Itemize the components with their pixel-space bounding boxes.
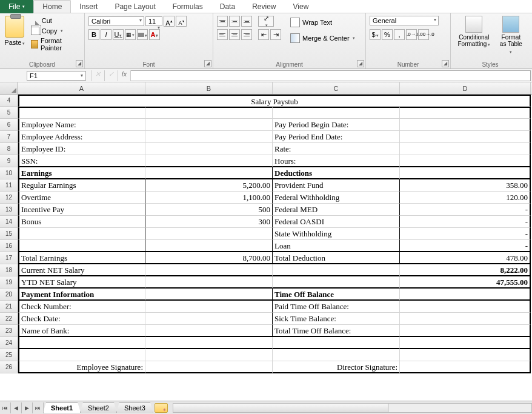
format-painter-button[interactable]: Format Painter (28, 36, 81, 52)
increase-decimal-button[interactable]: .0→.00 (406, 29, 417, 40)
sheet-tab-1[interactable]: Sheet1 (43, 402, 81, 413)
title-cell[interactable]: Salary Paystub (18, 95, 531, 107)
comma-format-button[interactable]: , (394, 29, 405, 40)
merge-center-button[interactable]: Merge & Center (287, 32, 358, 45)
file-tab[interactable]: File (0, 0, 33, 13)
cell[interactable]: Name of Bank: (18, 325, 145, 337)
bold-button[interactable]: B (88, 29, 99, 40)
alignment-dialog-launcher[interactable]: ◢ (357, 60, 364, 67)
cell[interactable] (400, 107, 531, 119)
cell[interactable]: - (400, 204, 531, 216)
row-header[interactable]: 14 (0, 216, 18, 228)
font-color-button[interactable]: A (149, 29, 160, 40)
row-header[interactable]: 17 (0, 252, 18, 264)
cell[interactable] (273, 276, 400, 289)
sheet-tab-2[interactable]: Sheet2 (80, 402, 117, 413)
row-header[interactable]: 26 (0, 361, 18, 373)
cell[interactable]: - (400, 228, 531, 240)
tab-home[interactable]: Home (33, 0, 71, 13)
orientation-button[interactable]: ⤢ (258, 16, 274, 27)
align-left-button[interactable] (217, 29, 228, 40)
cell[interactable]: 8,222.00 (400, 264, 531, 276)
align-bottom-button[interactable] (241, 16, 252, 27)
col-header-c[interactable]: C (273, 82, 400, 94)
tab-review[interactable]: Review (244, 1, 284, 13)
increase-indent-button[interactable]: ⇥ (270, 29, 281, 40)
cell[interactable] (400, 131, 531, 143)
cell[interactable] (400, 325, 531, 337)
align-middle-button[interactable] (229, 16, 240, 27)
italic-button[interactable]: I (101, 29, 111, 40)
cell[interactable] (400, 289, 531, 301)
cell[interactable]: Payment Information (18, 289, 145, 301)
cell[interactable] (18, 349, 145, 361)
row-header[interactable]: 18 (0, 264, 18, 276)
cell[interactable] (400, 301, 531, 313)
cell[interactable] (145, 337, 273, 349)
cell[interactable]: Provident Fund (273, 179, 400, 192)
cell[interactable]: Director Signature: (273, 361, 400, 373)
accounting-format-button[interactable]: $ (370, 29, 381, 40)
row-header[interactable]: 23 (0, 325, 18, 337)
cell[interactable]: SSN: (18, 155, 145, 167)
cell[interactable]: Overtime (18, 192, 145, 204)
cell[interactable]: Time Off Balance (273, 289, 400, 301)
cell[interactable]: Federal Withholding (273, 192, 400, 204)
cell[interactable] (18, 240, 145, 252)
cell[interactable]: Current NET Salary (18, 264, 145, 276)
cell[interactable]: Pay Period Begin Date: (273, 119, 400, 131)
cell[interactable] (145, 167, 273, 179)
cell[interactable] (145, 349, 273, 361)
cell[interactable]: 5,200.00 (145, 179, 273, 192)
row-header[interactable]: 12 (0, 192, 18, 204)
row-header[interactable]: 6 (0, 119, 18, 131)
cell[interactable]: Paid Time Off Balance: (273, 301, 400, 313)
row-header[interactable]: 9 (0, 155, 18, 167)
cell[interactable]: Hours: (273, 155, 400, 167)
copy-button[interactable]: Copy▾ (28, 26, 81, 36)
cell[interactable]: 1,100.00 (145, 192, 273, 204)
tab-data[interactable]: Data (211, 1, 244, 13)
cell[interactable] (273, 264, 400, 276)
cell[interactable]: Earnings (18, 167, 145, 179)
cell[interactable] (273, 349, 400, 361)
insert-function-button[interactable]: fx (118, 70, 131, 81)
next-sheet-button[interactable]: ▶ (22, 402, 33, 413)
scrollbar-thumb[interactable] (173, 404, 388, 412)
cell[interactable] (400, 167, 531, 179)
align-center-button[interactable] (229, 29, 240, 40)
col-header-d[interactable]: D (400, 82, 531, 94)
cell[interactable]: Employee Address: (18, 131, 145, 143)
cell[interactable] (145, 264, 273, 276)
align-top-button[interactable] (217, 16, 228, 27)
row-header[interactable]: 7 (0, 131, 18, 143)
cell[interactable]: State Withholding (273, 228, 400, 240)
cell[interactable]: Total Deduction (273, 252, 400, 264)
cell[interactable]: Employee ID: (18, 143, 145, 155)
cell[interactable]: Employee Name: (18, 119, 145, 131)
cell[interactable]: Federal OASDI (273, 216, 400, 228)
cell[interactable]: Sick Time Balance: (273, 313, 400, 325)
cell[interactable]: Total Time Off Balance: (273, 325, 400, 337)
format-as-table-button[interactable]: Format as Table (499, 16, 524, 55)
name-box[interactable]: F1 (27, 71, 86, 81)
row-header[interactable]: 5 (0, 107, 18, 119)
col-header-a[interactable]: A (18, 82, 145, 94)
cell[interactable] (145, 107, 273, 119)
cell[interactable] (145, 361, 273, 373)
conditional-formatting-button[interactable]: Conditional Formatting (457, 16, 491, 48)
cell[interactable]: 358.00 (400, 179, 531, 192)
cell[interactable]: 47,555.00 (400, 276, 531, 289)
clipboard-dialog-launcher[interactable]: ◢ (76, 60, 83, 67)
cell[interactable] (145, 240, 273, 252)
col-header-b[interactable]: B (145, 82, 273, 94)
first-sheet-button[interactable]: ⏮ (0, 402, 11, 413)
cut-button[interactable]: Cut (28, 16, 81, 25)
cell[interactable]: Federal MED (273, 204, 400, 216)
cell[interactable] (18, 337, 145, 349)
cell[interactable]: Bonus (18, 216, 145, 228)
row-header[interactable]: 21 (0, 301, 18, 313)
cell[interactable] (400, 313, 531, 325)
cell[interactable] (145, 228, 273, 240)
decrease-indent-button[interactable]: ⇤ (258, 29, 269, 40)
